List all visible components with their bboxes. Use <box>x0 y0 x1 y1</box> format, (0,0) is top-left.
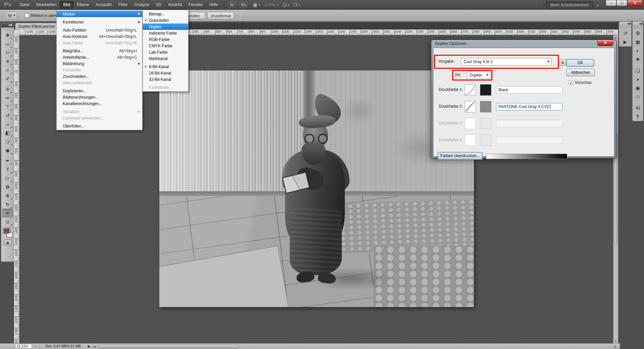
current-tool-button[interactable]: Ψ ▼ <box>6 12 17 19</box>
menu-auswahl[interactable]: Auswahl <box>92 1 115 8</box>
3d-orbit-tool[interactable]: ↻ <box>2 200 13 209</box>
menu-ansicht[interactable]: Ansicht <box>165 1 185 8</box>
bild-menu-item[interactable]: Auto-FarbtonUmschalt+Strg+L <box>57 27 142 33</box>
vertical-ruler[interactable]: -300-200-1000100200300400500600700800900… <box>14 35 19 343</box>
color-panel-icon[interactable]: ❂ <box>633 29 643 38</box>
modus-submenu-item[interactable]: Bitmap... <box>143 11 188 17</box>
scroll-right-arrow[interactable]: ▶ <box>614 345 617 348</box>
foreground-color-swatch[interactable] <box>3 228 10 234</box>
menu-hilfe[interactable]: Hilfe <box>206 1 221 8</box>
print-size-button[interactable]: Druckformat <box>207 12 234 19</box>
ink-color-swatch[interactable] <box>480 135 491 146</box>
ink-color-swatch[interactable] <box>480 101 491 112</box>
dock-collapse-button[interactable]: ◀◀ <box>633 22 643 26</box>
dock-grip[interactable] <box>634 27 642 28</box>
ink-color-swatch[interactable] <box>480 84 491 96</box>
paths-panel-icon[interactable]: ◇ <box>633 92 643 101</box>
tools-panel-grip[interactable] <box>3 28 12 30</box>
modus-submenu-item[interactable]: 32-Bit-Kanal <box>143 76 188 83</box>
menu-3d[interactable]: 3D <box>153 1 165 8</box>
move-tool[interactable]: ✥ <box>2 31 13 40</box>
ink-name-field[interactable]: PANTONE Cool Gray 9 CVC <box>496 103 562 110</box>
scroll-up-arrow[interactable]: ▲ <box>613 36 618 39</box>
bild-menu-item[interactable]: Bildgröße...Alt+Strg+I <box>57 48 142 54</box>
menu-fenster[interactable]: Fenster <box>185 1 206 8</box>
gradient-tool[interactable]: ◧ <box>2 129 13 137</box>
modus-submenu-item[interactable]: ✔Graustufen <box>143 17 188 23</box>
bild-menu-item[interactable]: Duplizieren... <box>57 88 142 94</box>
workspace-overflow-chevrons[interactable]: » <box>596 2 598 8</box>
ink-curve-thumbnail[interactable] <box>465 118 476 129</box>
bild-menu-item[interactable]: Kanalberechnungen... <box>57 100 142 107</box>
styles-panel-icon[interactable]: ◐ <box>633 46 643 55</box>
blur-tool[interactable]: ❍ <box>2 137 13 146</box>
scroll-left-arrow[interactable]: ◀ <box>93 345 96 348</box>
menu-bild[interactable]: Bild <box>60 1 73 8</box>
character-panel-icon[interactable]: A| <box>633 103 643 112</box>
ok-button[interactable]: OK <box>566 59 594 67</box>
modus-submenu-item[interactable]: 16-Bit-Kanal <box>143 70 188 76</box>
path-selection-tool[interactable]: ▷ <box>2 174 13 183</box>
status-flyout-arrow[interactable]: ▶ <box>88 345 90 348</box>
zoom-percentage-field[interactable]: 33,33% <box>15 344 32 349</box>
modus-submenu-item[interactable]: Indizierte Farbe <box>143 30 188 36</box>
view-extras-icon[interactable]: ▦▼ <box>253 2 261 7</box>
preset-list-button[interactable]: ≣ <box>559 59 566 66</box>
adjustments-panel-icon[interactable]: ◕ <box>633 75 643 84</box>
bild-menu-item[interactable]: Bildberechnungen... <box>57 94 142 100</box>
type-dropdown[interactable]: Duplex <box>467 71 490 79</box>
ink-curve-thumbnail[interactable] <box>465 101 476 112</box>
bild-menu-item[interactable]: Auto-FarbeUmschalt+Strg+B <box>57 40 142 46</box>
bild-menu-item[interactable]: Datensatz anwenden... <box>57 115 142 121</box>
brushes-panel-icon[interactable]: ✾ <box>633 55 643 64</box>
paragraph-panel-icon[interactable]: ¶ <box>633 112 643 121</box>
close-button[interactable]: ✕ <box>627 0 643 6</box>
pen-tool[interactable]: ✒ <box>2 156 13 165</box>
minimize-button[interactable]: ─ <box>606 0 616 6</box>
actions-panel-icon[interactable]: ▶ <box>619 38 631 46</box>
cancel-button[interactable]: Abbrechen <box>566 69 595 76</box>
bild-menu-item[interactable]: Zuschneiden... <box>57 73 142 80</box>
tools-panel-collapse-button[interactable]: ▶▶ <box>1 23 14 28</box>
arrange-documents-icon[interactable]: ❏▼ <box>282 2 290 7</box>
document-size-info[interactable]: Dok: 5,67 MB/5,67 MB <box>40 344 87 349</box>
quick-selection-tool[interactable]: ✳ <box>2 57 13 66</box>
zoom-tool[interactable]: ⊙ <box>2 217 13 226</box>
overprint-colors-button[interactable]: Farben überdrucken... <box>438 152 483 160</box>
menu-bearbeiten[interactable]: Bearbeiten <box>33 1 60 8</box>
bild-menu-item[interactable]: Variablen▶ <box>57 108 142 115</box>
modus-submenu-item[interactable]: RGB-Farbe <box>143 36 188 43</box>
ink-name-field[interactable]: Black <box>496 86 562 94</box>
swatches-panel-icon[interactable]: ▦ <box>633 38 643 46</box>
bild-menu-item[interactable]: Alles einblenden <box>57 80 142 86</box>
clone-stamp-tool[interactable]: ⊤ <box>2 102 13 111</box>
options-bar-grip[interactable] <box>1 11 3 20</box>
modus-submenu-item[interactable]: Mehrkanal <box>143 55 188 62</box>
layers-panel-icon[interactable]: ❏ <box>633 66 643 75</box>
bild-menu-item[interactable]: Bilddrehung▶ <box>57 60 142 67</box>
bild-menu-item[interactable]: Freistellen <box>57 67 142 73</box>
menu-filter[interactable]: Filter <box>115 1 131 8</box>
menu-ebene[interactable]: Ebene <box>73 1 92 8</box>
modus-submenu-item[interactable]: Lab-Farbe <box>143 49 188 55</box>
modus-submenu-item[interactable]: CMYK-Farbe <box>143 43 188 49</box>
crop-tool[interactable]: ⌗ <box>2 66 13 74</box>
document-image[interactable] <box>159 70 474 307</box>
workspace-button[interactable]: Mein Arbeitsbereich <box>546 1 593 9</box>
eyedropper-tool[interactable]: ✐ <box>2 74 13 83</box>
spot-healing-brush-tool[interactable]: ✛ <box>2 85 13 94</box>
ink-curve-thumbnail[interactable] <box>465 135 476 146</box>
3d-rotate-tool[interactable]: ⊕ <box>2 191 13 200</box>
restore-button[interactable]: ❏ <box>616 0 627 6</box>
custom-shape-tool[interactable]: ✿ <box>2 183 13 191</box>
bild-menu-item[interactable]: Korrekturen▶ <box>57 19 142 25</box>
screen-mode-icon[interactable]: ❒▼ <box>293 2 301 7</box>
mini-bridge-button[interactable]: Mb <box>239 2 248 7</box>
preset-dropdown[interactable]: Cool Gray 9 bl 2 <box>461 58 551 65</box>
eraser-tool[interactable]: ▱ <box>2 120 13 129</box>
history-brush-tool[interactable]: ↺ <box>2 111 13 120</box>
menu-datei[interactable]: Datei <box>16 1 33 8</box>
lasso-tool[interactable]: ✄ <box>2 48 13 57</box>
quick-mask-button[interactable]: ◙ <box>4 240 12 245</box>
bild-menu-item[interactable]: Überfüllen... <box>57 123 142 129</box>
